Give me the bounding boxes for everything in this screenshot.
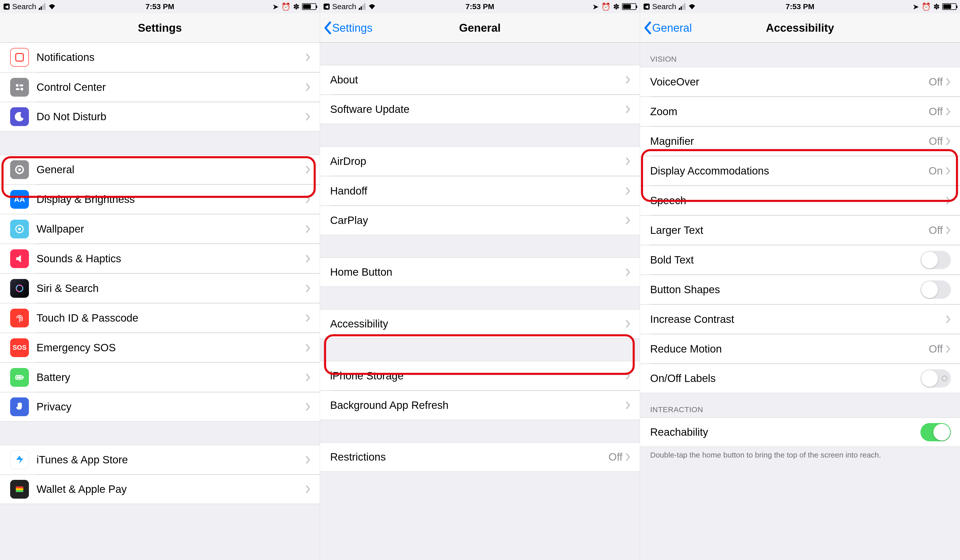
chevron-right-icon [626,401,630,410]
control-center-icon [10,78,29,97]
svg-rect-1 [19,85,23,86]
row-zoom[interactable]: Zoom Off [640,97,960,126]
chevron-right-icon [946,107,951,116]
wifi-icon [48,3,56,10]
alarm-icon: ⏰ [601,2,611,11]
row-airdrop[interactable]: AirDrop [320,146,640,176]
restrictions-value: Off [608,451,622,463]
row-reduce-motion[interactable]: Reduce Motion Off [640,334,960,363]
toggle-button-shapes[interactable] [920,280,951,299]
row-software-update[interactable]: Software Update [320,94,640,124]
wifi-icon [688,3,696,10]
chevron-right-icon [626,268,630,277]
battery-icon [622,3,636,10]
chevron-right-icon [306,165,310,174]
page-title: Accessibility [766,22,834,34]
row-display-accommodations[interactable]: Display Accommodations On [640,156,960,186]
row-increase-contrast[interactable]: Increase Contrast [640,304,960,334]
chevron-right-icon [306,225,310,233]
row-sos[interactable]: SOS Emergency SOS [0,333,320,362]
row-magnifier[interactable]: Magnifier Off [640,126,960,156]
chevron-right-icon [306,284,310,293]
cell-signal-icon [39,3,45,10]
toggle-onoff-labels[interactable] [920,369,951,387]
chevron-right-icon [946,166,951,175]
row-wallet[interactable]: Wallet & Apple Pay [0,475,320,504]
row-battery[interactable]: Battery [0,362,320,392]
row-bold-text[interactable]: Bold Text [640,245,960,274]
chevron-right-icon [306,485,310,494]
chevron-right-icon [306,195,310,204]
svg-rect-12 [17,376,21,378]
row-iphone-storage[interactable]: iPhone Storage [320,361,640,390]
alarm-icon: ⏰ [922,2,931,11]
status-time: 7:53 PM [466,2,494,11]
chevron-right-icon [306,83,310,91]
siri-icon [10,279,29,298]
row-general[interactable]: General [0,155,320,184]
wifi-icon [368,3,376,10]
sos-icon: SOS [10,338,29,357]
row-bg-refresh[interactable]: Background App Refresh [320,390,640,420]
chevron-right-icon [626,157,630,166]
row-onoff-labels[interactable]: On/Off Labels [640,364,960,393]
chevron-right-icon [306,456,310,464]
row-sounds[interactable]: Sounds & Haptics [0,244,320,273]
display-icon: AA [10,190,29,209]
navbar: General Accessibility [640,13,960,43]
section-header-vision: VISION [640,43,960,67]
row-wallpaper[interactable]: Wallpaper [0,214,320,243]
back-to-app-label[interactable]: Search [652,2,676,11]
row-siri[interactable]: Siri & Search [0,274,320,303]
row-about[interactable]: About [320,65,640,94]
row-itunes[interactable]: iTunes & App Store [0,445,320,474]
row-home-button[interactable]: Home Button [320,258,640,287]
chevron-right-icon [306,112,310,121]
back-to-app-icon[interactable]: ◀ [323,3,330,10]
nav-back-button[interactable]: Settings [323,21,373,35]
toggle-reachability[interactable] [920,423,951,441]
svg-point-5 [18,168,21,171]
svg-rect-11 [23,376,24,378]
row-button-shapes[interactable]: Button Shapes [640,275,960,304]
wallet-icon [10,480,29,499]
row-accessibility[interactable]: Accessibility [320,309,640,339]
location-icon: ➤ [913,2,919,11]
svg-rect-13 [16,486,23,488]
nav-back-label: General [652,22,692,34]
row-display[interactable]: AA Display & Brightness [0,184,320,214]
chevron-left-icon [323,21,332,35]
chevron-right-icon [306,254,310,263]
cell-signal-icon [359,3,365,10]
row-restrictions[interactable]: Restrictions Off [320,442,640,472]
toggle-bold-text[interactable] [920,251,951,269]
sounds-icon [10,249,29,268]
bluetooth-icon: ✽ [933,2,940,11]
row-touchid[interactable]: Touch ID & Passcode [0,303,320,333]
row-larger-text[interactable]: Larger Text Off [640,215,960,245]
row-carplay[interactable]: CarPlay [320,206,640,235]
back-to-app-label[interactable]: Search [332,2,356,11]
row-voiceover[interactable]: VoiceOver Off [640,67,960,96]
fingerprint-icon [10,309,29,327]
chevron-right-icon [306,343,310,352]
back-to-app-label[interactable]: Search [12,2,36,11]
notifications-icon [10,48,29,67]
nav-back-button[interactable]: General [643,21,692,35]
row-notifications[interactable]: Notifications [0,43,320,72]
status-bar: ◀ Search 7:53 PM ➤ ⏰ ✽ [640,0,960,13]
chevron-right-icon [626,371,630,380]
back-to-app-icon[interactable]: ◀ [3,3,10,10]
battery-row-icon [10,368,29,387]
row-dnd[interactable]: Do Not Disturb [0,102,320,131]
row-reachability[interactable]: Reachability [640,418,960,447]
row-speech[interactable]: Speech [640,186,960,215]
row-privacy[interactable]: Privacy [0,392,320,421]
back-to-app-icon[interactable]: ◀ [643,3,650,10]
chevron-right-icon [946,315,951,324]
battery-icon [942,3,957,10]
status-bar: ◀ Search 7:53 PM ➤ ⏰ ✽ [0,0,320,13]
row-control-center[interactable]: Control Center [0,72,320,102]
row-handoff[interactable]: Handoff [320,176,640,205]
navbar: Settings [0,13,320,43]
